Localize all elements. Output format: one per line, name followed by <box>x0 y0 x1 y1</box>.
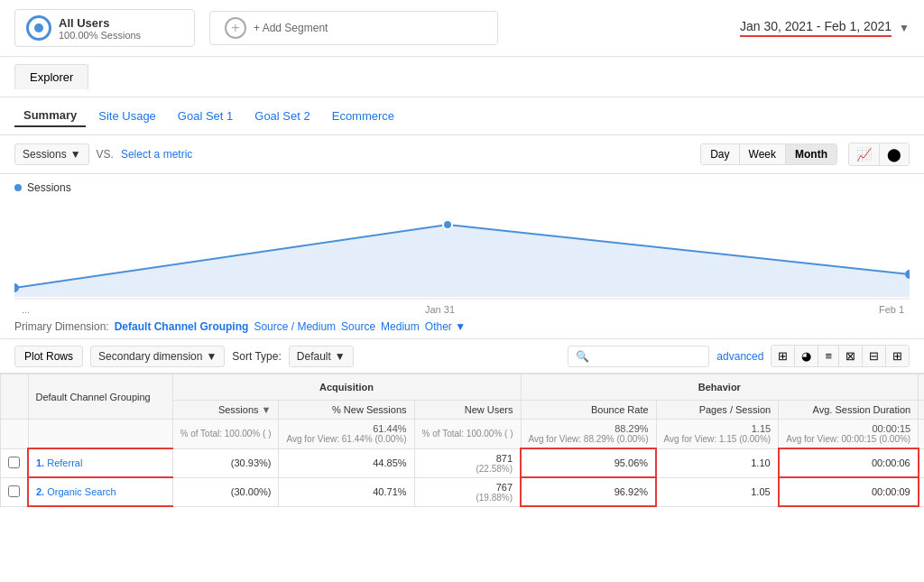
legend-dot <box>14 184 22 191</box>
compare-view-button[interactable]: ⊟ <box>863 346 886 366</box>
segment-name: All Users <box>59 16 141 30</box>
day-button[interactable]: Day <box>701 144 739 164</box>
add-segment-icon: + <box>225 17 246 39</box>
table-row: 2. Organic Search (30.00%) 40.71% 767 (1… <box>1 477 925 506</box>
new-users-col-header: New Users <box>414 401 521 420</box>
tab-goal-set-2[interactable]: Goal Set 2 <box>245 106 319 126</box>
list-view-button[interactable]: ≡ <box>818 346 839 366</box>
conv-rate-col-header: Conversion (Goal 1 Conversion Rate) <box>919 401 924 420</box>
source-link[interactable]: Source <box>341 320 375 333</box>
row1-checkbox[interactable] <box>1 448 29 477</box>
search-icon: 🔍 <box>576 350 589 363</box>
row2-checkbox[interactable] <box>1 477 29 506</box>
metric-dropdown-arrow: ▼ <box>70 148 81 161</box>
add-segment-button[interactable]: + + Add Segment <box>209 11 498 45</box>
totals-pct-new: 61.44% Avg for View: 61.44% (0.00%) <box>279 420 414 449</box>
chart-legend: Sessions <box>14 181 910 194</box>
row2-sessions: (30.00%) <box>172 477 279 506</box>
totals-label <box>28 420 172 449</box>
sub-tabs-bar: Summary Site Usage Goal Set 1 Goal Set 2… <box>0 97 924 135</box>
row2-pages: 1.05 <box>656 477 779 506</box>
pages-session-col-header: Pages / Session <box>656 401 779 420</box>
svg-text:Jan 31: Jan 31 <box>425 304 455 315</box>
totals-avg-dur: 00:00:15 Avg for View: 00:00:15 (0.00%) <box>779 420 919 449</box>
explorer-tab-bar: Explorer <box>0 57 924 97</box>
row2-name-link[interactable]: Organic Search <box>47 486 116 497</box>
sessions-chart: ... Jan 31 Feb 1 <box>14 198 910 315</box>
date-range-text: Jan 30, 2021 - Feb 1, 2021 <box>740 19 892 37</box>
table-view-button[interactable]: ⊞ <box>886 346 909 366</box>
select-all-header <box>1 374 29 420</box>
row1-name: 1. Referral <box>28 448 172 477</box>
week-button[interactable]: Week <box>740 144 786 164</box>
tab-goal-set-1[interactable]: Goal Set 1 <box>169 106 242 126</box>
conversions-header: Conversions Goal 1: Conversion <box>919 374 924 401</box>
sort-type-dropdown[interactable]: Default ▼ <box>289 346 354 367</box>
metric-dropdown[interactable]: Sessions ▼ <box>14 143 89 165</box>
row1-conv-rate: 0.05% <box>919 448 924 477</box>
pct-new-sessions-col-header: % New Sessions <box>279 401 414 420</box>
svg-text:...: ... <box>22 304 30 315</box>
data-table-container: Default Channel Grouping Acquisition Beh… <box>0 374 924 507</box>
primary-dimension-bar: Primary Dimension: Default Channel Group… <box>0 315 924 339</box>
legend-label: Sessions <box>27 181 71 194</box>
row1-name-link[interactable]: Referral <box>47 457 82 468</box>
sort-type-value: Default <box>297 350 331 363</box>
metric-label: Sessions <box>23 148 67 161</box>
source-medium-link[interactable]: Source / Medium <box>254 320 336 333</box>
totals-row: % of Total: 100.00% ( ) 61.44% Avg for V… <box>1 420 925 449</box>
row1-avg-dur: 00:00:06 <box>779 448 919 477</box>
header: All Users 100.00% Sessions + + Add Segme… <box>0 0 924 57</box>
dimension-header: Default Channel Grouping <box>28 374 172 420</box>
behavior-header: Behavior <box>521 374 919 401</box>
pie-chart-button[interactable]: ⬤ <box>880 143 909 165</box>
totals-sessions: % of Total: 100.00% ( ) <box>172 420 279 449</box>
explorer-tab-button[interactable]: Explorer <box>14 64 88 89</box>
month-button[interactable]: Month <box>786 144 836 164</box>
grid-view-button[interactable]: ⊞ <box>772 346 795 366</box>
totals-new-users: % of Total: 100.00% ( ) <box>414 420 521 449</box>
plot-rows-button[interactable]: Plot Rows <box>14 346 83 367</box>
data-table: Default Channel Grouping Acquisition Beh… <box>0 374 924 507</box>
tab-site-usage[interactable]: Site Usage <box>89 106 165 126</box>
search-input[interactable] <box>593 350 701 363</box>
segment-info: All Users 100.00% Sessions <box>59 16 141 41</box>
primary-dim-active[interactable]: Default Channel Grouping <box>115 320 249 333</box>
totals-conv-rate: 1.48% Avg for View: 1.48% (0.00%) <box>919 420 924 449</box>
select-metric-link[interactable]: Select a metric <box>121 148 192 161</box>
svg-point-3 <box>443 220 452 229</box>
secondary-dim-label: Secondary dimension <box>98 350 202 363</box>
tab-summary[interactable]: Summary <box>14 105 86 127</box>
pie-view-button[interactable]: ◕ <box>795 346 818 366</box>
totals-bounce: 88.29% Avg for View: 88.29% (0.00%) <box>521 420 656 449</box>
row1-pct-new: 44.85% <box>279 448 414 477</box>
row1-new-users: 871 (22.58%) <box>414 448 521 477</box>
bounce-rate-col-header: Bounce Rate <box>521 401 656 420</box>
sort-type-label: Sort Type: <box>232 350 281 363</box>
segment-sub: 100.00% Sessions <box>59 30 141 41</box>
view-buttons: ⊞ ◕ ≡ ⊠ ⊟ ⊞ <box>771 345 910 367</box>
table-row: 1. Referral (30.93%) 44.85% 871 (22.58%)… <box>1 448 925 477</box>
totals-check <box>1 420 29 449</box>
all-users-segment[interactable]: All Users 100.00% Sessions <box>14 9 195 47</box>
medium-link[interactable]: Medium <box>381 320 420 333</box>
svg-text:Feb 1: Feb 1 <box>879 304 904 315</box>
secondary-dimension-dropdown[interactable]: Secondary dimension ▼ <box>90 346 225 367</box>
sort-type-arrow: ▼ <box>335 350 346 363</box>
tab-ecommerce[interactable]: Ecommerce <box>323 106 403 126</box>
row2-bounce-rate: 96.92% <box>521 477 656 506</box>
row1-bounce-rate: 95.06% <box>521 448 656 477</box>
line-chart-button[interactable]: 📈 <box>849 143 880 165</box>
totals-pages: 1.15 Avg for View: 1.15 (0.00%) <box>656 420 779 449</box>
row1-sessions: (30.93%) <box>172 448 279 477</box>
advanced-link[interactable]: advanced <box>716 350 763 363</box>
vs-label: VS. <box>97 148 114 161</box>
row2-avg-dur: 00:00:09 <box>779 477 919 506</box>
avg-session-dur-col-header: Avg. Session Duration <box>779 401 919 420</box>
other-dropdown[interactable]: Other ▼ <box>425 320 466 333</box>
date-range[interactable]: Jan 30, 2021 - Feb 1, 2021 ▼ <box>740 19 910 37</box>
chart-area: Sessions ... Jan 31 Feb 1 <box>0 174 924 315</box>
row2-conv-rate: 0.58% <box>919 477 924 506</box>
row2-name: 2. Organic Search <box>28 477 172 506</box>
pivot-view-button[interactable]: ⊠ <box>839 346 863 366</box>
